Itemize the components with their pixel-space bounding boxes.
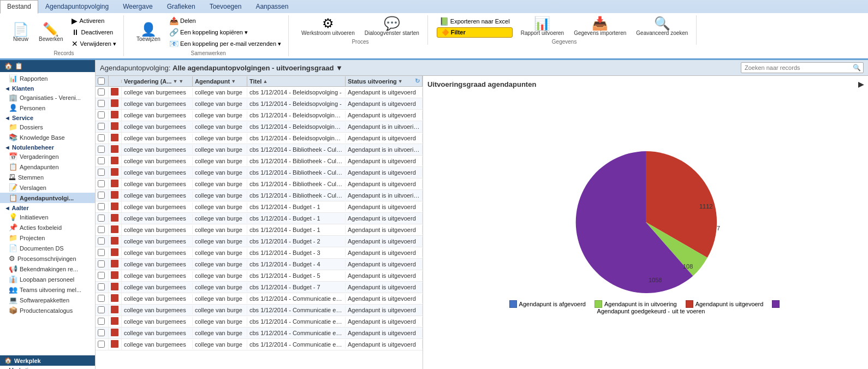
werkstroom-button[interactable]: ⚙ Werkstroom uitvoeren bbox=[298, 15, 359, 38]
sidebar-footer-werkplek[interactable]: 🏠 Werkplek bbox=[0, 355, 95, 366]
geavanceerd-zoeken-button[interactable]: 🔍 Geavanceerd zoeken bbox=[632, 15, 692, 38]
select-all-checkbox[interactable] bbox=[98, 78, 105, 85]
exporteren-button[interactable]: 📗 Exporteren naar Excel bbox=[437, 16, 513, 27]
sidebar-footer-marketing[interactable]: Marketing bbox=[0, 366, 95, 369]
row-checkbox[interactable] bbox=[98, 260, 105, 267]
table-row[interactable]: college van burgemees college van burge … bbox=[96, 316, 423, 328]
home-icon[interactable]: 🏠 bbox=[4, 62, 13, 70]
sidebar-item-loopbaan[interactable]: 👔 Loopbaan personeel bbox=[0, 274, 95, 284]
row-checkbox[interactable] bbox=[98, 111, 105, 118]
koppeling-email-button[interactable]: 📧 Een koppeling per e-mail verzenden ▾ bbox=[167, 38, 284, 49]
sidebar-item-bekendmakingen[interactable]: 📢 Bekendmakingen re... bbox=[0, 264, 95, 274]
bewerken-button[interactable]: ✏️ Bewerken bbox=[35, 21, 67, 44]
table-row[interactable]: college van burgemees college van burge … bbox=[96, 121, 423, 133]
cell-check[interactable] bbox=[96, 282, 109, 293]
tab-agendapuntopvolging[interactable]: Agendapuntopvolging bbox=[38, 0, 116, 13]
sidebar-item-software[interactable]: 💻 Softwarepakketten bbox=[0, 295, 95, 305]
tab-weergave[interactable]: Weergave bbox=[116, 0, 159, 13]
col-header-check[interactable] bbox=[96, 76, 109, 86]
refresh-icon[interactable]: ↻ bbox=[415, 78, 420, 85]
row-checkbox[interactable] bbox=[98, 134, 105, 141]
toewijzen-button[interactable]: 👤 Toewijzen bbox=[133, 21, 164, 44]
col-header-agendapunt[interactable]: Agendapunt ▼ bbox=[193, 76, 247, 86]
row-checkbox[interactable] bbox=[98, 203, 105, 210]
table-row[interactable]: college van burgemees college van burge … bbox=[96, 247, 423, 259]
row-checkbox[interactable] bbox=[98, 100, 105, 107]
sidebar-item-initiatieven[interactable]: 💡 Initiatieven bbox=[0, 212, 95, 222]
table-row[interactable]: college van burgemees college van burge … bbox=[96, 305, 423, 316]
cell-check[interactable] bbox=[96, 328, 109, 338]
sidebar-item-productencatalogus[interactable]: 📦 Productencatalogus bbox=[0, 305, 95, 316]
row-checkbox[interactable] bbox=[98, 157, 105, 164]
cell-check[interactable] bbox=[96, 145, 109, 155]
cell-check[interactable] bbox=[96, 99, 109, 109]
cell-check[interactable] bbox=[96, 248, 109, 258]
table-row[interactable]: college van burgemees college van burge … bbox=[96, 201, 423, 213]
row-checkbox[interactable] bbox=[98, 272, 105, 279]
sidebar-item-knowledge-base[interactable]: 📚 Knowledge Base bbox=[0, 132, 95, 142]
table-row[interactable]: college van burgemees college van burge … bbox=[96, 236, 423, 247]
row-checkbox[interactable] bbox=[98, 215, 105, 222]
cell-check[interactable] bbox=[96, 236, 109, 247]
row-checkbox[interactable] bbox=[98, 192, 105, 199]
table-row[interactable]: college van burgemees college van burge … bbox=[96, 178, 423, 190]
table-row[interactable]: college van burgemees college van burge … bbox=[96, 282, 423, 293]
activeren-button[interactable]: ▶ Activeren bbox=[69, 15, 119, 26]
chart-expand-icon[interactable]: ▶ bbox=[858, 80, 864, 88]
col-header-vergadering[interactable]: Vergadering (A... ▼ ▼ bbox=[122, 76, 193, 86]
table-row[interactable]: college van burgemees college van burge … bbox=[96, 213, 423, 224]
deactiveren-button[interactable]: ⏸ Deactiveren bbox=[69, 27, 119, 38]
sidebar-item-teams[interactable]: 👥 Teams uitvoering mel... bbox=[0, 284, 95, 295]
cell-check[interactable] bbox=[96, 271, 109, 281]
tab-bestand[interactable]: Bestand bbox=[0, 0, 38, 14]
table-row[interactable]: college van burgemees college van burge … bbox=[96, 259, 423, 270]
rapport-button[interactable]: 📊 Rapport uitvoeren bbox=[517, 15, 568, 38]
tab-toevoegen[interactable]: Toevoegen bbox=[203, 0, 249, 13]
sidebar-item-verslagen[interactable]: 📝 Verslagen bbox=[0, 182, 95, 193]
cell-check[interactable] bbox=[96, 87, 109, 98]
sidebar-item-vergaderingen[interactable]: 📅 Vergaderingen bbox=[0, 151, 95, 162]
table-row[interactable]: college van burgemees college van burge … bbox=[96, 224, 423, 236]
cell-check[interactable] bbox=[96, 225, 109, 235]
sidebar-item-rapporten[interactable]: 📊 Rapporten bbox=[0, 73, 95, 84]
row-checkbox[interactable] bbox=[98, 306, 105, 313]
tab-grafieken[interactable]: Grafieken bbox=[160, 0, 203, 13]
row-checkbox[interactable] bbox=[98, 146, 105, 153]
row-checkbox[interactable] bbox=[98, 237, 105, 245]
cell-check[interactable] bbox=[96, 259, 109, 270]
col-header-status[interactable]: Status uitvoering ▼ ↻ bbox=[346, 76, 423, 86]
cell-check[interactable] bbox=[96, 156, 109, 166]
row-checkbox[interactable] bbox=[98, 341, 105, 348]
table-row[interactable]: college van burgemees college van burge … bbox=[96, 144, 423, 156]
verwijderen-button[interactable]: ✕ Verwijderen ▾ bbox=[69, 38, 119, 49]
cell-check[interactable] bbox=[96, 168, 109, 178]
sidebar-item-projecten[interactable]: 📁 Projecten bbox=[0, 233, 95, 243]
sidebar-item-procesomschrijvingen[interactable]: ⚙ Procesomschrijvingen bbox=[0, 253, 95, 264]
row-checkbox[interactable] bbox=[98, 295, 105, 302]
table-row[interactable]: college van burgemees college van burge … bbox=[96, 270, 423, 282]
sidebar-item-stemmen[interactable]: 🗳 Stemmen bbox=[0, 172, 95, 182]
row-checkbox[interactable] bbox=[98, 283, 105, 290]
row-checkbox[interactable] bbox=[98, 169, 105, 176]
cell-check[interactable] bbox=[96, 179, 109, 189]
nieuw-button[interactable]: 📄 Nieuw bbox=[9, 21, 33, 44]
dialoogvenster-button[interactable]: 💬 Dialoogvenster starten bbox=[361, 15, 423, 38]
delen-button[interactable]: 📤 Delen bbox=[167, 15, 284, 26]
table-row[interactable]: college van burgemees college van burge … bbox=[96, 167, 423, 178]
tab-aanpassen[interactable]: Aanpassen bbox=[248, 0, 295, 13]
table-row[interactable]: college van burgemees college van burge … bbox=[96, 293, 423, 305]
search-icon[interactable]: 🔍 bbox=[851, 63, 863, 73]
row-checkbox[interactable] bbox=[98, 226, 105, 233]
col-header-titel[interactable]: Titel ▲ bbox=[247, 76, 346, 86]
sidebar-item-agendapuntvolgi[interactable]: 📋 Agendapuntvolgi... bbox=[0, 193, 95, 203]
cell-check[interactable] bbox=[96, 340, 109, 350]
cell-check[interactable] bbox=[96, 202, 109, 212]
sidebar-item-dossiers[interactable]: 📁 Dossiers bbox=[0, 122, 95, 132]
cell-check[interactable] bbox=[96, 317, 109, 327]
sidebar-item-acties[interactable]: 📌 Acties foxbeleid bbox=[0, 222, 95, 233]
row-checkbox[interactable] bbox=[98, 318, 105, 325]
search-input[interactable] bbox=[741, 63, 851, 72]
sidebar-item-documenten[interactable]: 📄 Documenten DS bbox=[0, 243, 95, 253]
gegevens-importeren-button[interactable]: 📥 Gegevens importeren bbox=[570, 15, 630, 38]
filter-button[interactable]: 🔶 Filter bbox=[437, 27, 513, 38]
